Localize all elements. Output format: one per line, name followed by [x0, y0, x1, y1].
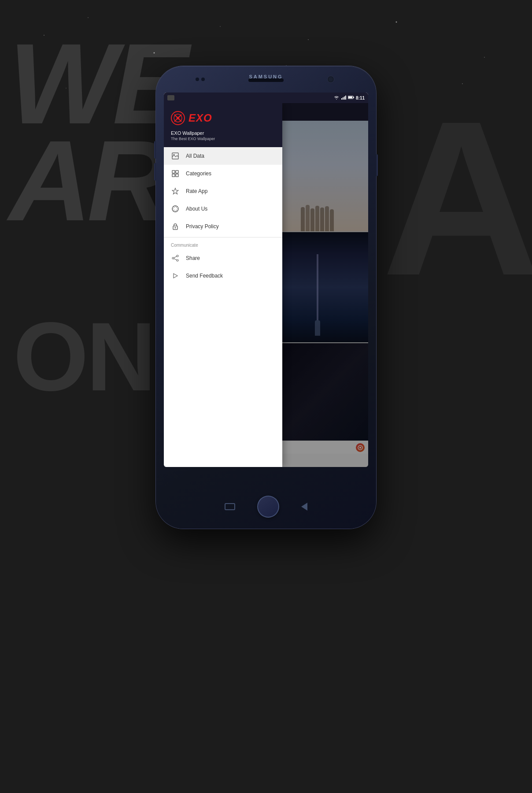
svg-rect-18 [176, 170, 178, 173]
phone: SAMSUNG [156, 66, 376, 529]
bg-text-are: AR [9, 123, 166, 238]
signal-icon [341, 96, 346, 100]
phone-screen: 8:11 EXO [164, 93, 368, 467]
menu-item-share[interactable]: Share [164, 249, 282, 267]
drawer-menu: All Data [164, 147, 282, 467]
svg-rect-17 [172, 170, 175, 173]
svg-point-26 [177, 259, 178, 261]
drawer-header: EXO EXO Wallpaper The Best EXO Wallpaper [164, 103, 282, 147]
drawer-logo: EXO [171, 111, 275, 125]
phone-speaker [248, 78, 284, 82]
menu-item-send-feedback[interactable]: Send Feedback [164, 267, 282, 285]
phone-nav-buttons [189, 496, 343, 518]
image-icon [171, 152, 180, 160]
star-icon [171, 187, 180, 196]
svg-rect-1 [343, 97, 344, 100]
drawer-app-subtitle: The Best EXO Wallpaper [171, 137, 275, 141]
menu-label-rate-app: Rate App [186, 188, 207, 194]
menu-label-share: Share [186, 255, 200, 261]
back-button[interactable] [301, 503, 307, 511]
svg-rect-5 [353, 97, 354, 98]
svg-point-14 [177, 117, 179, 119]
home-button[interactable] [257, 496, 279, 518]
status-left [167, 95, 174, 100]
svg-point-23 [175, 227, 176, 229]
recent-apps-button[interactable] [225, 503, 235, 510]
sensor-2 [201, 78, 205, 81]
svg-rect-20 [176, 174, 178, 177]
phone-body: SAMSUNG [156, 66, 376, 529]
svg-rect-0 [341, 98, 342, 100]
bg-letter-a: A [382, 88, 532, 308]
battery-icon [348, 96, 354, 100]
sensor-1 [196, 78, 199, 81]
menu-label-all-data: All Data [186, 153, 204, 159]
menu-label-send-feedback: Send Feedback [186, 273, 223, 279]
svg-point-25 [172, 257, 174, 259]
status-thumbnail-icon [167, 95, 174, 100]
status-right: 8:11 [334, 96, 365, 100]
wifi-icon [334, 96, 339, 100]
svg-rect-19 [172, 174, 175, 177]
exo-logo-icon [171, 111, 185, 125]
svg-rect-3 [345, 96, 346, 100]
lock-icon [171, 222, 180, 231]
share-icon [171, 254, 180, 263]
volume-down-button[interactable] [154, 163, 156, 181]
menu-divider [164, 237, 282, 237]
status-time: 8:11 [356, 96, 365, 100]
menu-label-privacy-policy: Privacy Policy [186, 223, 219, 230]
status-bar: 8:11 [164, 93, 368, 103]
play-icon [171, 271, 180, 280]
navigation-drawer: EXO EXO Wallpaper The Best EXO Wallpaper [164, 103, 282, 467]
menu-item-about-us[interactable]: About Us [164, 200, 282, 218]
svg-rect-6 [348, 96, 352, 98]
phone-sensors [196, 78, 205, 81]
exo-logo-text: EXO [188, 112, 212, 124]
grid-icon [171, 169, 180, 178]
svg-line-28 [174, 259, 177, 260]
app-content: EXO Wallpaper [164, 103, 368, 467]
menu-item-privacy-policy[interactable]: Privacy Policy [164, 218, 282, 235]
phone-camera [327, 76, 334, 83]
menu-item-rate-app[interactable]: Rate App [164, 182, 282, 200]
menu-label-categories: Categories [186, 170, 211, 177]
menu-item-categories[interactable]: Categories [164, 165, 282, 182]
svg-rect-2 [344, 96, 345, 100]
menu-section-communicate: Communicate [164, 239, 282, 249]
svg-line-27 [174, 256, 177, 258]
power-button[interactable] [376, 154, 378, 176]
menu-item-all-data[interactable]: All Data [164, 147, 282, 165]
svg-point-24 [177, 255, 178, 257]
volume-up-button[interactable] [154, 141, 156, 159]
drawer-app-name: EXO Wallpaper [171, 130, 275, 136]
menu-label-about-us: About Us [186, 206, 207, 212]
soccer-icon [171, 204, 180, 213]
